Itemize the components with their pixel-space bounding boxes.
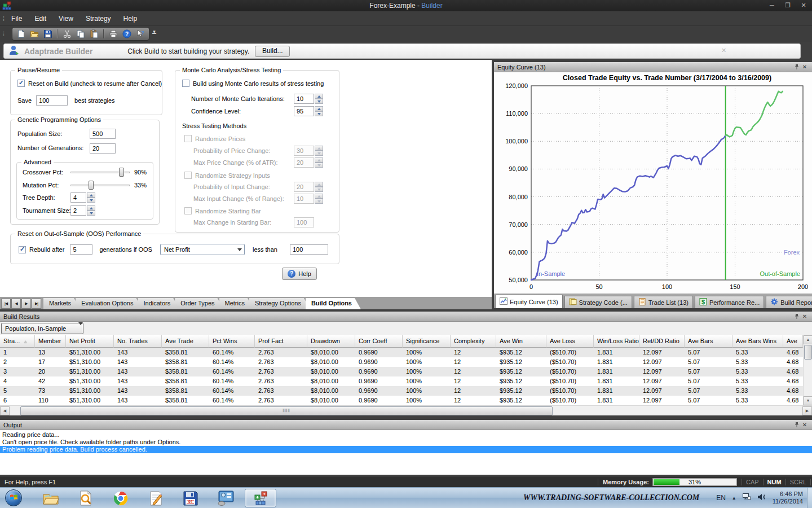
column-header-ave-trade[interactable]: Ave Trade xyxy=(162,335,209,348)
taskbar-chrome-button[interactable] xyxy=(105,489,136,507)
results-view-dropdown[interactable]: Population, In-Sample xyxy=(1,323,83,334)
toolbar-open-folder-button[interactable] xyxy=(29,29,39,39)
pin-icon[interactable] xyxy=(793,64,801,71)
tab-scroll-next-button[interactable]: ▶ xyxy=(21,299,31,309)
scrollbar-thumb[interactable] xyxy=(804,345,812,360)
max-price-change-field[interactable]: 20 xyxy=(294,157,314,168)
toolbar-cut-button[interactable] xyxy=(62,29,72,39)
table-row[interactable]: 573$51,310.00143$358.8160.14%2.763$8,010… xyxy=(0,386,803,396)
randomize-bar-checkbox[interactable] xyxy=(184,207,192,214)
build-button[interactable]: Build... xyxy=(255,46,290,57)
column-header-net-profit[interactable]: Net Profit xyxy=(66,335,114,348)
column-header-ave-win[interactable]: Ave Win xyxy=(496,335,546,348)
tab-markets[interactable]: Markets xyxy=(43,298,80,309)
column-header-ave-bars-wins[interactable]: Ave Bars Wins xyxy=(732,335,783,348)
menu-edit[interactable]: Edit xyxy=(28,12,52,25)
table-row[interactable]: 217$51,310.00143$358.8160.14%2.763$8,010… xyxy=(0,357,803,367)
clock[interactable]: 6:46 PM 11/26/2014 xyxy=(773,491,803,505)
toolbar-print-button[interactable] xyxy=(108,29,118,39)
pin-icon[interactable] xyxy=(793,422,801,428)
close-icon[interactable]: ✕ xyxy=(800,2,807,9)
scroll-up-icon[interactable]: ▲ xyxy=(804,335,812,344)
table-row[interactable]: 442$51,310.00143$358.8160.14%2.763$8,010… xyxy=(0,376,803,386)
column-header-complexity[interactable]: Complexity xyxy=(451,335,496,348)
panel-tab-equity-curve-13[interactable]: Equity Curve (13) xyxy=(495,295,563,308)
show-desktop-button[interactable] xyxy=(807,488,812,508)
toolbar-paste-button[interactable] xyxy=(89,29,99,39)
language-indicator[interactable]: EN xyxy=(716,494,726,502)
mc-iterations-stepper[interactable] xyxy=(315,94,323,104)
panel-tab-build-report-13[interactable]: Build Report (13) xyxy=(766,296,812,308)
tree-depth-stepper[interactable] xyxy=(87,192,95,203)
results-horizontal-scrollbar[interactable]: ◀ ⦀⦀⦀ ▶ xyxy=(0,405,812,415)
close-icon[interactable]: ✕ xyxy=(801,422,809,428)
panel-tab-performance-re[interactable]: $Performance Re... xyxy=(695,296,764,308)
tree-depth-field[interactable]: 4 xyxy=(70,192,86,203)
menu-file[interactable]: File xyxy=(5,12,28,25)
scroll-right-icon[interactable]: ▶ xyxy=(802,406,812,415)
menu-help[interactable]: Help xyxy=(117,12,144,25)
start-button[interactable] xyxy=(5,489,22,506)
close-icon[interactable]: ✕ xyxy=(801,313,809,320)
confidence-level-stepper[interactable] xyxy=(315,106,323,116)
column-header-stra[interactable]: Stra...▲ xyxy=(0,335,35,348)
table-row[interactable]: 113$51,310.00143$358.8160.14%2.763$8,010… xyxy=(0,348,803,357)
tab-evaluation-options[interactable]: Evaluation Options xyxy=(76,298,142,309)
column-header-prof-fact[interactable]: Prof Fact xyxy=(255,335,307,348)
panel-tab-trade-list-13[interactable]: Trade List (13) xyxy=(634,296,693,308)
column-header-corr-coeff[interactable]: Corr Coeff xyxy=(355,335,403,348)
toolbar-overflow-icon[interactable]: ▾▔ xyxy=(152,29,156,38)
minimize-icon[interactable]: ─ xyxy=(768,2,776,9)
column-header-ave-loss[interactable]: Ave Loss xyxy=(546,335,594,348)
taskbar-search-button[interactable] xyxy=(70,489,102,507)
column-header-ave[interactable]: Ave xyxy=(783,335,803,348)
tab-build-options[interactable]: Build Options xyxy=(306,298,361,309)
table-row[interactable]: 320$51,310.00143$358.8160.14%2.763$8,010… xyxy=(0,367,803,376)
column-header-ave-bars[interactable]: Ave Bars xyxy=(685,335,732,348)
rebuild-after-checkbox[interactable] xyxy=(19,246,26,253)
toolbar-context-help-button[interactable]: ? xyxy=(135,29,145,39)
tournament-size-stepper[interactable] xyxy=(87,205,95,216)
prob-input-change-field[interactable]: 20 xyxy=(294,182,314,192)
column-header-significance[interactable]: Significance xyxy=(403,335,451,348)
max-input-change-field[interactable]: 10 xyxy=(294,194,314,204)
randomize-prices-checkbox[interactable] xyxy=(184,135,192,142)
save-strategies-field[interactable]: 100 xyxy=(36,95,68,106)
tab-indicators[interactable]: Indicators xyxy=(138,298,179,309)
scroll-left-icon[interactable]: ◀ xyxy=(0,406,10,415)
tab-order-types[interactable]: Order Types xyxy=(175,298,223,309)
menu-view[interactable]: View xyxy=(52,12,80,25)
speaker-icon[interactable] xyxy=(757,493,765,503)
column-header-win-loss-ratio[interactable]: Win/Loss Ratio xyxy=(594,335,639,348)
mutation-pct-slider[interactable] xyxy=(70,181,130,190)
menu-strategy[interactable]: Strategy xyxy=(80,12,117,25)
scroll-down-icon[interactable]: ▼ xyxy=(804,396,812,405)
tab-scroll-first-button[interactable]: |◀ xyxy=(1,299,11,309)
oos-metric-dropdown[interactable]: Net Profit xyxy=(160,244,245,255)
panel-tab-strategy-code[interactable]: Strategy Code (... xyxy=(564,296,632,308)
oos-threshold-field[interactable]: 100 xyxy=(290,244,328,255)
column-header-ret-dd-ratio[interactable]: Ret/DD Ratio xyxy=(639,335,685,348)
tab-metrics[interactable]: Metrics xyxy=(219,298,254,309)
toolbar-save-button[interactable] xyxy=(43,29,53,39)
population-size-field[interactable]: 500 xyxy=(90,129,116,139)
banner-close-icon[interactable]: ✕ xyxy=(721,47,726,54)
mc-iterations-field[interactable]: 10 xyxy=(294,94,314,104)
column-header-pct-wins[interactable]: Pct Wins xyxy=(209,335,255,348)
max-bar-change-field[interactable]: 100 xyxy=(294,217,314,227)
toolbar-copy-button[interactable] xyxy=(76,29,86,39)
taskbar-builder-button[interactable] xyxy=(245,489,276,507)
taskbar-explorer-button[interactable] xyxy=(35,489,67,507)
tab-strategy-options[interactable]: Strategy Options xyxy=(249,298,310,309)
toolbar-help-button[interactable]: ? xyxy=(122,29,132,39)
num-generations-field[interactable]: 20 xyxy=(90,143,116,154)
column-header-no-trades[interactable]: No. Trades xyxy=(114,335,162,348)
column-header-drawdown[interactable]: Drawdown xyxy=(307,335,355,348)
taskbar-notepad-button[interactable] xyxy=(140,489,171,507)
restore-icon[interactable]: ❐ xyxy=(784,2,792,9)
tournament-size-field[interactable]: 2 xyxy=(70,205,86,216)
prob-price-change-field[interactable]: 30 xyxy=(294,146,314,156)
column-header-member[interactable]: Member xyxy=(35,335,66,348)
randomize-inputs-checkbox[interactable] xyxy=(184,172,192,179)
build-monte-carlo-checkbox[interactable] xyxy=(182,80,189,87)
